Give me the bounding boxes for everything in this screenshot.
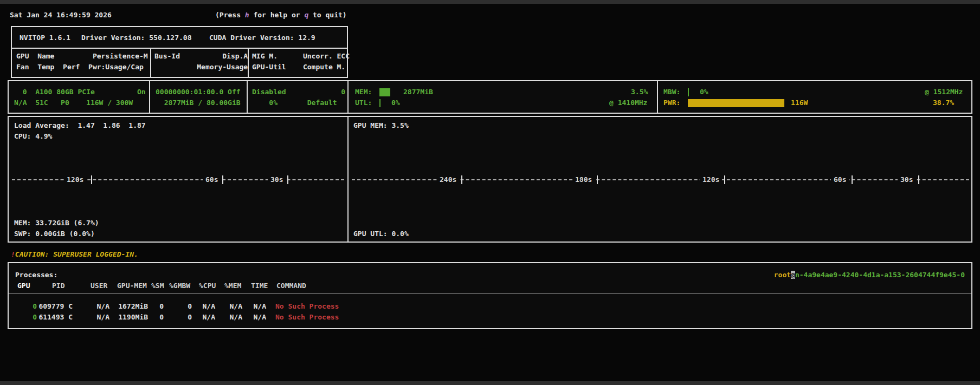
gpu-row-col2-line1: 00000000:01:00.0 Off [156, 88, 241, 96]
load-average-text: Load Average: 1.47 1.86 1.87 [14, 121, 146, 130]
help-hint-mid: for help or [249, 11, 305, 19]
help-hint: (Press h for help or q to quit) [215, 11, 347, 19]
col-header-gmbw: %GMBW [169, 282, 190, 290]
nvitop-terminal[interactable]: { "titlebar": { "date": "Sat Jan 24 16:4… [0, 0, 980, 385]
caution-bang: ! [11, 250, 15, 258]
device-header-col1-line1: GPU Name Persistence-M [16, 52, 148, 61]
device-header-panel: NVITOP 1.6.1 Driver Version: 550.127.08 … [11, 26, 348, 78]
gpu-time-axis-label: 240s [437, 175, 459, 184]
gpu-row-col1-line1: 0 A100 80GB PCIe On [14, 88, 146, 96]
host-time-axis-tick [222, 175, 223, 184]
utl-gauge-freq: @ 1410MHz [609, 99, 647, 107]
header-col-divider-2 [248, 49, 249, 77]
pwr-gauge-label: PWR: [663, 99, 680, 107]
cell-sm: 0 [147, 302, 164, 310]
app-version: NVITOP 1.6.1 [20, 34, 70, 42]
help-hint-post: to quit) [308, 11, 346, 19]
cell-mem: N/A [218, 302, 242, 310]
stats-divider-1 [149, 81, 150, 113]
gpu-mem-graph-segment [556, 121, 581, 173]
processes-panel: Processes: root@n-4a9e4ae9-4240-4d1a-a15… [8, 262, 972, 329]
col-header-gpu-mem: GPU-MEM [117, 282, 147, 290]
cell-gmbw: 0 [170, 313, 192, 321]
gpu-time-axis-label: 180s [572, 175, 595, 184]
gpu-time-axis-tick [461, 175, 462, 184]
gpu-utl-graph-spike [766, 191, 775, 241]
help-key-h: h [245, 11, 249, 19]
caution-text: CAUTION: SUPERUSER LOGGED-IN. [15, 250, 138, 258]
col-header-user: USER [91, 282, 107, 290]
cell-mem: N/A [218, 313, 242, 321]
header-divider [12, 48, 347, 49]
col-header-pid: PID [52, 282, 65, 290]
gpu-mem-graph-segment [416, 125, 556, 173]
gpu-utl-graph-spike [565, 191, 573, 218]
cpu-history-bump [170, 168, 172, 171]
cpu-history-bump [186, 168, 189, 171]
gpu-time-axis-tick [597, 175, 598, 184]
mbw-gauge-bar [688, 88, 689, 96]
host-time-axis-label: 60s [203, 175, 221, 184]
process-row[interactable]: 0 609779 C N/A 1672MiB 0 0 N/A N/A N/A N… [9, 302, 971, 311]
gpu-utl-graph-band [352, 184, 970, 191]
mem-gauge-bar [379, 88, 390, 96]
cell-gpu-mem: 1672MiB [110, 302, 148, 310]
cell-command: No Such Process [275, 313, 339, 321]
host-time-axis-label: 30s [268, 175, 286, 184]
gpu-utl-graph-spike [588, 191, 597, 239]
cell-user: N/A [82, 313, 109, 321]
process-table-divider [9, 293, 971, 294]
mbw-gauge-label: MBW: [663, 88, 680, 96]
driver-version: Driver Version: 550.127.08 [81, 34, 192, 42]
gpu-history-graph: GPU MEM: 3.5% GPU UTL: 0.0% 240s180s120s… [349, 117, 972, 242]
utl-gauge-value: 0% [391, 99, 400, 107]
clock-text: Sat Jan 24 16:49:59 2026 [10, 11, 112, 19]
col-header-command: COMMAND [276, 282, 306, 290]
gpu-utl-graph-spike [861, 191, 874, 212]
device-header-col3-line2: GPU-Util Compute M. [252, 63, 345, 71]
pwr-gauge-percent: 38.7% [933, 99, 954, 107]
caution-message: !CAUTION: SUPERUSER LOGGED-IN. [11, 250, 138, 259]
gpu-utl-percent-text: GPU UTL: 0.0% [353, 230, 409, 238]
gpu-row-col3-line2: 0% Default [252, 99, 337, 107]
cursor-at-sign: @ [791, 271, 795, 279]
gpu-utl-graph-spike [704, 191, 715, 216]
pwr-gauge-value: 116W [791, 99, 808, 107]
stats-divider-2 [247, 81, 248, 113]
gpu-time-axis-tick [724, 175, 725, 184]
mbw-gauge-freq: @ 1512MHz [925, 88, 963, 96]
host-time-axis-label: 120s [64, 175, 86, 184]
stats-divider-4 [657, 81, 658, 113]
gpu-time-axis-label: 120s [700, 175, 722, 184]
gpu-time-axis-label: 60s [831, 175, 849, 184]
device-header-col1-line2: Fan Temp Perf Pwr:Usage/Cap [16, 63, 144, 71]
mem-gauge-percent: 3.5% [631, 88, 648, 96]
gpu-utl-graph-spike [830, 191, 837, 203]
window-bottom-edge [0, 381, 980, 385]
gpu-time-axis-label: 30s [898, 175, 915, 184]
gpu-mem-graph-segment [733, 125, 766, 173]
host-swp-text: SWP: 0.00GiB (0.0%) [14, 230, 95, 238]
gpu-utl-graph-spike [724, 191, 738, 207]
cell-user: N/A [82, 302, 109, 310]
gpu-stats-panel: 0 A100 80GB PCIe On N/A 51C P0 116W / 30… [8, 80, 972, 114]
utl-gauge-bar [379, 99, 381, 107]
gpu-utl-graph-spike [649, 191, 661, 218]
cell-gpu-mem: 1190MiB [110, 313, 148, 321]
host-time-axis-tick [91, 175, 92, 184]
col-header-time: TIME [251, 282, 268, 290]
history-graphs-panel: Load Average: 1.47 1.86 1.87 CPU: 4.9% M… [8, 116, 972, 243]
header-col-divider-1 [150, 49, 151, 77]
gpu-row-col2-line2: 2877MiB / 80.00GiB [156, 99, 241, 107]
cell-cpu: N/A [191, 313, 215, 321]
gpu-row-col3-line1: Disabled 0 [252, 88, 345, 96]
gpu-row-col1-line2: N/A 51C P0 116W / 300W [14, 99, 133, 107]
host-swp-history-line [104, 237, 348, 240]
cell-command: No Such Process [275, 302, 339, 310]
gpu-time-axis-tick [918, 175, 919, 184]
cpu-history-line [12, 170, 348, 174]
process-row[interactable]: 0 611493 C N/A 1190MiB 0 0 N/A N/A N/A N… [9, 313, 971, 322]
pwr-gauge-bar [688, 99, 784, 107]
cell-gmbw: 0 [170, 302, 192, 310]
help-hint-pre: (Press [215, 11, 245, 19]
